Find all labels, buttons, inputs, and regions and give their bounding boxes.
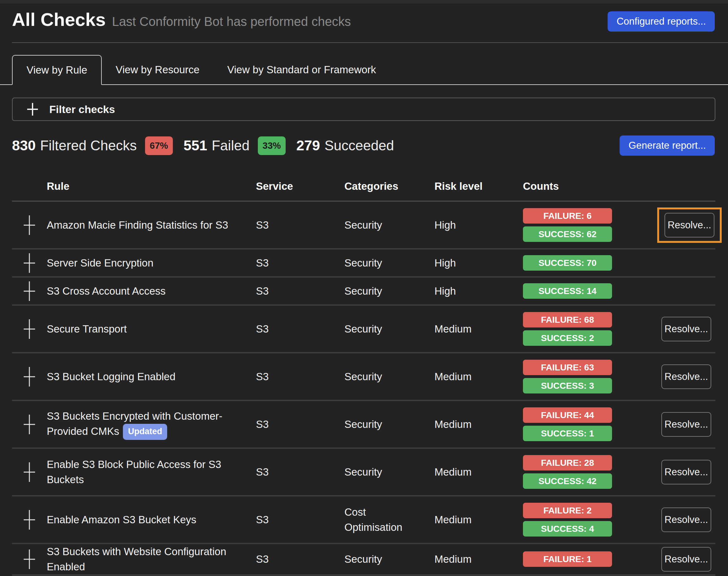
- categories-cell: Security: [344, 278, 435, 305]
- expand-row-icon[interactable]: [23, 215, 36, 236]
- counts-cell: FAILURE: 2SUCCESS: 4: [523, 496, 657, 543]
- resolve-button[interactable]: Resolve...: [661, 317, 711, 341]
- success-count-badge: SUCCESS: 2: [523, 330, 612, 346]
- expand-row-icon[interactable]: [23, 366, 36, 387]
- expand-cell: [12, 250, 47, 276]
- resolve-button[interactable]: Resolve...: [661, 547, 711, 572]
- succeeded-percentage-badge: 33%: [258, 137, 286, 155]
- expand-cell: [12, 401, 47, 448]
- expand-row-icon[interactable]: [23, 549, 36, 570]
- table-row: Server Side EncryptionS3SecurityHighSUCC…: [12, 250, 716, 278]
- resolve-cell: Resolve...: [657, 202, 722, 248]
- column-header-service: Service: [256, 180, 344, 192]
- rule-cell: Enable Amazon S3 Bucket Keys: [47, 496, 256, 543]
- success-count-badge: SUCCESS: 14: [523, 283, 612, 299]
- categories-cell: Security: [344, 306, 435, 352]
- failure-count-badge: FAILURE: 44: [523, 407, 612, 423]
- resolve-cell: Resolve...: [657, 496, 716, 543]
- expand-cell: [12, 278, 47, 305]
- success-count-badge: SUCCESS: 1: [523, 426, 612, 441]
- expand-row-icon[interactable]: [23, 414, 36, 435]
- rule-cell: Secure Transport: [47, 306, 256, 352]
- risk-level-cell: High: [435, 278, 523, 305]
- success-count-badge: SUCCESS: 62: [523, 226, 612, 242]
- page-header: All Checks Last Conformity Bot has perfo…: [0, 4, 728, 33]
- expand-row-icon[interactable]: [23, 462, 36, 483]
- service-cell: S3: [256, 401, 344, 448]
- column-header-risk-level: Risk level: [435, 180, 523, 192]
- filtered-checks-count: 830: [12, 137, 36, 154]
- rule-name: Enable Amazon S3 Bucket Keys: [47, 514, 196, 525]
- resolve-button[interactable]: Resolve...: [661, 365, 711, 389]
- filter-checks-bar[interactable]: Filter checks: [12, 97, 716, 121]
- table-row: Enable Amazon S3 Bucket KeysS3Cost Optim…: [12, 496, 716, 544]
- categories-cell: Security: [344, 250, 435, 276]
- rule-name: Server Side Encryption: [47, 257, 153, 269]
- page-subtitle: Last Conformity Bot has performed checks: [112, 15, 351, 29]
- tab-view-by-standard-or-framework[interactable]: View by Standard or Framework: [213, 55, 390, 84]
- tab-label: View by Standard or Framework: [227, 64, 376, 76]
- column-spacer: [657, 180, 716, 192]
- table-row: Amazon Macie Finding Statistics for S3S3…: [12, 202, 716, 250]
- risk-level-cell: High: [435, 202, 523, 248]
- rule-name: Enable S3 Block Public Access for S3 Buc…: [47, 459, 221, 485]
- table-row: Enable S3 Block Public Access for S3 Buc…: [12, 449, 716, 496]
- generate-report-button[interactable]: Generate report...: [620, 136, 715, 156]
- expand-row-icon[interactable]: [23, 281, 36, 301]
- tab-view-by-resource[interactable]: View by Resource: [102, 55, 213, 84]
- rule-name: Secure Transport: [47, 323, 127, 335]
- failure-count-badge: FAILURE: 28: [523, 455, 612, 470]
- risk-level-cell: Medium: [435, 306, 523, 352]
- resolve-button[interactable]: Resolve...: [661, 412, 711, 437]
- risk-level-cell: Medium: [435, 496, 523, 543]
- resolve-cell: Resolve...: [657, 401, 716, 448]
- rule-name: S3 Cross Account Access: [47, 285, 166, 297]
- categories-cell: Security: [344, 202, 435, 248]
- expand-cell: [12, 544, 47, 574]
- succeeded-count: 279: [297, 137, 320, 154]
- risk-level-cell: Medium: [435, 353, 523, 400]
- tab-view-by-rule[interactable]: View by Rule: [12, 55, 102, 85]
- rule-cell: Enable S3 Block Public Access for S3 Buc…: [47, 449, 256, 495]
- risk-level-cell: Medium: [435, 544, 523, 574]
- expand-row-icon[interactable]: [23, 509, 36, 530]
- service-cell: S3: [256, 278, 344, 305]
- plus-icon: [27, 103, 38, 116]
- rule-cell: S3 Buckets Encrypted with Customer-Provi…: [47, 401, 256, 448]
- service-cell: S3: [256, 306, 344, 352]
- counts-cell: FAILURE: 68SUCCESS: 2: [523, 306, 657, 352]
- column-header-counts: Counts: [523, 180, 657, 192]
- categories-cell: Security: [344, 401, 435, 448]
- resolve-button[interactable]: Resolve...: [665, 213, 715, 237]
- rule-name: Amazon Macie Finding Statistics for S3: [47, 219, 228, 231]
- counts-cell: FAILURE: 28SUCCESS: 42: [523, 449, 657, 495]
- updated-badge: Updated: [123, 424, 167, 440]
- expand-row-icon[interactable]: [23, 253, 36, 273]
- rule-name: S3 Bucket Logging Enabled: [47, 371, 175, 382]
- resolve-cell: Resolve...: [657, 353, 716, 400]
- service-cell: S3: [256, 353, 344, 400]
- resolve-button[interactable]: Resolve...: [661, 460, 711, 484]
- counts-cell: FAILURE: 63SUCCESS: 3: [523, 353, 657, 400]
- view-tabs: View by Rule View by Resource View by St…: [0, 55, 728, 85]
- failure-count-badge: FAILURE: 6: [523, 208, 612, 224]
- rule-cell: S3 Cross Account Access: [47, 278, 256, 305]
- categories-cell: Security: [344, 449, 435, 495]
- filter-checks-label: Filter checks: [49, 103, 115, 116]
- counts-cell: FAILURE: 6SUCCESS: 62: [523, 202, 657, 248]
- table-row: S3 Cross Account AccessS3SecurityHighSUC…: [12, 278, 716, 306]
- configured-reports-button[interactable]: Configured reports...: [608, 11, 715, 32]
- success-count-badge: SUCCESS: 70: [523, 255, 612, 270]
- expand-cell: [12, 306, 47, 352]
- table-row: S3 Buckets with Website Configuration En…: [12, 544, 716, 576]
- resolve-button[interactable]: Resolve...: [661, 508, 711, 532]
- table-header-row: Rule Service Categories Risk level Count…: [12, 175, 716, 202]
- service-cell: S3: [256, 544, 344, 574]
- succeeded-label: Succeeded: [325, 138, 394, 153]
- table-row: S3 Buckets Encrypted with Customer-Provi…: [12, 401, 716, 449]
- expand-row-icon[interactable]: [23, 319, 36, 340]
- expand-cell: [12, 449, 47, 495]
- checks-table: Rule Service Categories Risk level Count…: [12, 175, 716, 576]
- resolve-cell: Resolve...: [657, 544, 716, 574]
- tab-label: View by Resource: [116, 64, 199, 76]
